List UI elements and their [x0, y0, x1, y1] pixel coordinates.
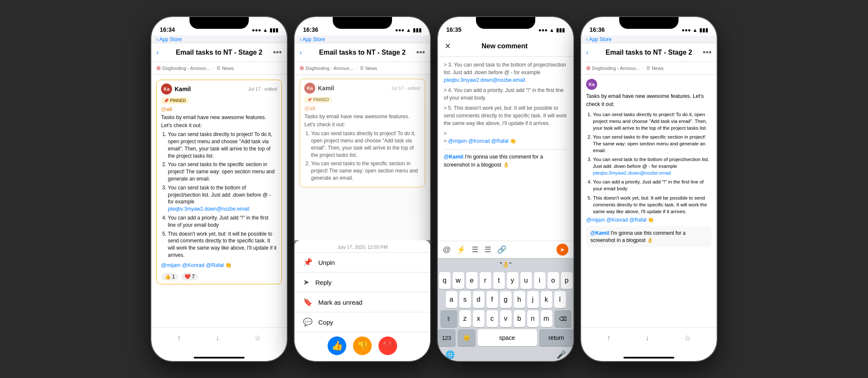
reaction-count-2: 7	[192, 274, 195, 280]
key-d[interactable]: d	[473, 291, 484, 308]
key-q[interactable]: q	[439, 272, 451, 289]
key-return[interactable]: return	[539, 329, 574, 346]
appstore-bar-1[interactable]: ‹ App Store	[151, 36, 287, 43]
breadcrumb-section-4: ☰ News	[646, 66, 664, 71]
key-o[interactable]: o	[548, 272, 559, 289]
key-l[interactable]: l	[554, 291, 566, 308]
suggestion-1[interactable]: "👌"	[500, 261, 512, 268]
back-arrow-4[interactable]: ‹ App Store	[586, 36, 612, 42]
toolbar-list1-icon[interactable]: ☰	[472, 245, 479, 254]
key-emoji[interactable]: 😊	[458, 329, 476, 346]
back-arrow-2[interactable]: ‹ App Store	[300, 36, 325, 42]
sheet-item-copy[interactable]: 💬 Copy	[295, 312, 430, 332]
author-name-1: Kamil	[175, 86, 191, 92]
key-n[interactable]: n	[527, 310, 539, 327]
key-e[interactable]: e	[466, 272, 478, 289]
reaction-count-1: 1	[172, 274, 175, 280]
key-v[interactable]: v	[500, 310, 512, 327]
project-dot-1	[156, 66, 161, 70]
more-button-1[interactable]: •••	[273, 47, 282, 57]
content-4: Ka Tasks by email have new awesome featu…	[581, 75, 717, 327]
toolbar-lightning-icon[interactable]: ⚡	[456, 245, 466, 254]
reaction-heart-1[interactable]: ❤️ 7	[181, 273, 198, 281]
key-y[interactable]: y	[507, 272, 518, 289]
home-indicator-4	[581, 348, 717, 361]
key-w[interactable]: w	[453, 272, 464, 289]
section-icon-2: ☰	[360, 66, 364, 70]
key-b[interactable]: b	[514, 310, 525, 327]
key-j[interactable]: j	[527, 291, 539, 308]
key-g[interactable]: g	[500, 291, 512, 308]
mic-icon-3[interactable]: 🎤	[556, 350, 566, 359]
comment-author-1: Ka Kamil	[161, 83, 191, 94]
reaction-thumbsup-2[interactable]: 👍	[328, 336, 346, 355]
sheet-date-2: July 17, 2020, 12:55 PM	[295, 240, 430, 252]
sheet-item-reply[interactable]: ➤ Reply	[295, 272, 430, 292]
key-shift[interactable]: ⇧	[440, 310, 457, 327]
avatar-4: Ka	[586, 79, 597, 90]
scroll-up-1[interactable]: ↑	[177, 334, 181, 342]
list-item-1-1: You can send tasks directly to project! …	[168, 131, 277, 159]
key-z[interactable]: z	[459, 310, 471, 327]
key-space[interactable]: space	[478, 329, 537, 346]
reaction-heart-2[interactable]: ❤️	[378, 336, 397, 355]
comment-header-1: Ka Kamil Jul 17 · edited	[161, 83, 277, 94]
toolbar-link-icon[interactable]: 🔗	[497, 245, 506, 254]
key-f[interactable]: f	[487, 291, 498, 308]
key-123[interactable]: 123	[438, 329, 456, 346]
toolbar-at-icon[interactable]: @	[443, 245, 451, 254]
key-row-4: 123 😊 space return	[440, 329, 572, 346]
reply-label: Reply	[315, 279, 331, 286]
bookmark-1[interactable]: ☆	[254, 334, 261, 343]
copy-label: Copy	[318, 319, 333, 326]
breadcrumb-sep-4: ›	[643, 66, 644, 70]
breadcrumb-4: Dogfooding - Announ... › ☰ News	[581, 62, 717, 75]
nav-title-1: Email tasks to NT - Stage 2	[176, 49, 263, 56]
reaction-thumbs-1[interactable]: 👍 1	[161, 273, 178, 281]
project-label-2: Dogfooding - Announ...	[306, 66, 353, 71]
key-h[interactable]: h	[514, 291, 525, 308]
key-x[interactable]: x	[473, 310, 484, 327]
scroll-down-1[interactable]: ↓	[216, 334, 220, 342]
list-item-1-3: You can send task to the bottom of proje…	[168, 184, 277, 213]
back-arrow-1[interactable]: ‹ App Store	[156, 36, 182, 42]
quote-line-5: > @mijam @Konrad @Rafał 👏	[444, 137, 568, 145]
appstore-bar-2[interactable]: ‹ App Store	[295, 36, 430, 43]
key-t[interactable]: t	[493, 272, 505, 289]
more-button-4[interactable]: •••	[703, 47, 712, 57]
link-1[interactable]: pteqbv.3myaw2.down@nozbe.email	[168, 206, 249, 212]
more-button-2[interactable]: •••	[416, 47, 425, 57]
send-button-3[interactable]: ➤	[556, 244, 568, 256]
list-item-1-4: You can add a priority. Just add "!" in …	[168, 214, 277, 229]
back-button-2[interactable]: ‹	[300, 49, 302, 56]
key-s[interactable]: s	[459, 291, 471, 308]
bookmark-4[interactable]: ☆	[684, 334, 691, 343]
key-a[interactable]: a	[446, 291, 457, 308]
key-r[interactable]: r	[480, 272, 491, 289]
back-button-4[interactable]: ‹	[586, 49, 588, 56]
reaction-thumbsdown-2[interactable]: 👎	[353, 336, 372, 355]
back-button-1[interactable]: ‹	[156, 49, 159, 56]
key-delete[interactable]: ⌫	[554, 310, 571, 327]
scroll-up-4[interactable]: ↑	[607, 334, 611, 342]
key-u[interactable]: u	[520, 272, 532, 289]
key-p[interactable]: p	[561, 272, 573, 289]
unread-icon: 🔖	[303, 297, 312, 307]
key-i[interactable]: i	[534, 272, 545, 289]
at-all-1: @all	[161, 106, 172, 112]
sheet-item-unread[interactable]: 🔖 Mark as unread	[295, 292, 430, 312]
appstore-bar-4[interactable]: ‹ App Store	[581, 36, 717, 43]
wifi-icon-2: ▲	[406, 27, 411, 33]
toolbar-list2-icon[interactable]: ☰	[484, 245, 491, 254]
battery-icon-1: ▮▮▮	[270, 27, 278, 33]
key-c[interactable]: c	[487, 310, 498, 327]
key-m[interactable]: m	[541, 310, 552, 327]
scroll-down-4[interactable]: ↓	[645, 334, 649, 342]
sheet-item-unpin[interactable]: 📌 Unpin	[295, 252, 430, 272]
nav-bar-4: ‹ Email tasks to NT - Stage 2 •••	[581, 43, 717, 62]
modal-close-3[interactable]: ✕	[445, 42, 451, 51]
link-4[interactable]: pteqbv.3myaw2.down@nozbe.email	[593, 170, 671, 175]
breadcrumb-2: Dogfooding - Announ... › ☰ News	[295, 62, 430, 75]
key-k[interactable]: k	[541, 291, 552, 308]
globe-icon-3[interactable]: 🌐	[445, 350, 455, 359]
